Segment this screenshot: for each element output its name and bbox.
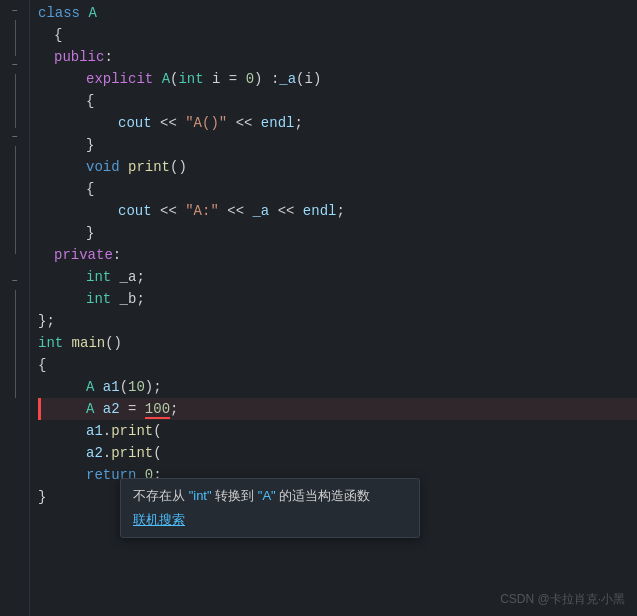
code-line-17: { <box>38 354 637 376</box>
tooltip-search-link[interactable]: 联机搜索 <box>133 511 407 529</box>
code-line-10: cout << "A:" << _a << endl; <box>38 200 637 222</box>
code-line-14: int _b; <box>38 288 637 310</box>
fold-bar-15 <box>8 254 22 272</box>
code-line-5: { <box>38 90 637 112</box>
code-line-11: } <box>38 222 637 244</box>
fold-bar-2 <box>8 20 22 38</box>
brace-open: { <box>54 24 62 46</box>
code-line-19: A a2 = 100; <box>38 398 637 420</box>
code-line-13: int _a; <box>38 266 637 288</box>
code-line-18: A a1(10); <box>38 376 637 398</box>
keyword-void: void <box>86 156 128 178</box>
code-line-2: { <box>38 24 637 46</box>
tooltip-int-quote: "int" <box>189 488 212 503</box>
code-line-3: public: <box>38 46 637 68</box>
fold-bar-18 <box>8 308 22 326</box>
code-line-8: void print() <box>38 156 637 178</box>
watermark: CSDN @卡拉肖克·小黑 <box>500 591 625 608</box>
fold-icon-8[interactable] <box>8 128 22 146</box>
fold-bar-3 <box>8 38 22 56</box>
code-line-21: a2.print( <box>38 442 637 464</box>
fold-icon-1[interactable] <box>8 2 22 20</box>
code-line-12: private: <box>38 244 637 266</box>
error-indicator <box>38 398 41 420</box>
error-tooltip: 不存在从 "int" 转换到 "A" 的适当构造函数 联机搜索 <box>120 478 420 538</box>
fold-bar-19 <box>8 326 22 344</box>
code-line-16: int main() <box>38 332 637 354</box>
error-underline-100: 100 <box>145 401 170 419</box>
fold-bar-5 <box>8 74 22 92</box>
tooltip-a-quote: "A" <box>258 488 276 503</box>
code-line-15: }; <box>38 310 637 332</box>
code-line-20: a1.print( <box>38 420 637 442</box>
fold-bar-17 <box>8 290 22 308</box>
type-int-param: int <box>178 68 203 90</box>
fold-bar-12 <box>8 200 22 218</box>
fold-bar-13 <box>8 218 22 236</box>
code-line-7: } <box>38 134 637 156</box>
code-line-1: class A <box>38 2 637 24</box>
fold-bar-6 <box>8 92 22 110</box>
code-line-9: { <box>38 178 637 200</box>
code-line-6: cout << "A()" << endl; <box>38 112 637 134</box>
class-name-a: A <box>88 2 96 24</box>
fold-bar-7 <box>8 110 22 128</box>
fold-bar-9 <box>8 146 22 164</box>
keyword-private: private <box>54 244 113 266</box>
fold-icon-16[interactable] <box>8 272 22 290</box>
editor-container: class A { public: explicit A(int i = 0) … <box>0 0 637 616</box>
tooltip-error-text: 不存在从 "int" 转换到 "A" 的适当构造函数 <box>133 487 407 505</box>
fold-bar-22 <box>8 380 22 398</box>
keyword-class: class <box>38 2 88 24</box>
gutter <box>0 0 30 616</box>
code-line-4: explicit A(int i = 0) :_a(i) <box>38 68 637 90</box>
fold-bar-21 <box>8 362 22 380</box>
fold-bar-14 <box>8 236 22 254</box>
fold-bar-11 <box>8 182 22 200</box>
fold-icon-4[interactable] <box>8 56 22 74</box>
fold-bar-20 <box>8 344 22 362</box>
fold-bar-23 <box>8 398 22 416</box>
fold-bar-10 <box>8 164 22 182</box>
keyword-explicit: explicit <box>86 68 162 90</box>
keyword-public: public <box>54 46 104 68</box>
